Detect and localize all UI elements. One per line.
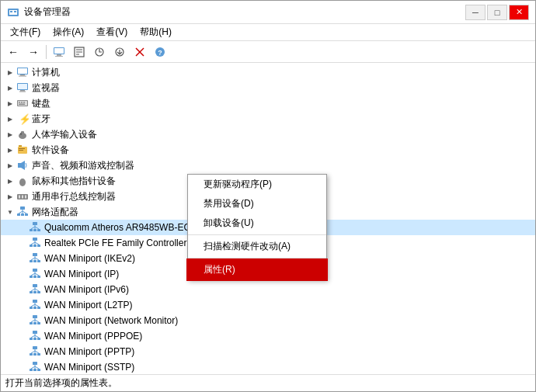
ctx-uninstall-device[interactable]: 卸载设备(U) bbox=[188, 213, 326, 233]
svg-line-110 bbox=[31, 335, 35, 338]
svg-text:⚡: ⚡ bbox=[19, 113, 29, 125]
svg-rect-29 bbox=[21, 102, 23, 103]
help-icon-btn[interactable]: ? bbox=[151, 43, 169, 61]
svg-line-54 bbox=[19, 211, 23, 213]
svg-rect-49 bbox=[20, 206, 25, 210]
svg-line-111 bbox=[35, 335, 39, 338]
svg-marker-41 bbox=[21, 161, 25, 170]
icon-hid bbox=[16, 128, 29, 140]
tree-item-computer[interactable]: ▶ 计算机 bbox=[1, 64, 535, 80]
svg-line-104 bbox=[35, 320, 39, 322]
ctx-properties[interactable]: 属性(R) bbox=[188, 260, 326, 279]
svg-rect-99 bbox=[30, 322, 33, 324]
tree-item-wan-sstp[interactable]: WAN Miniport (SSTP) bbox=[1, 359, 535, 374]
svg-rect-112 bbox=[33, 346, 37, 349]
icon-wan-l2tp bbox=[29, 299, 41, 311]
svg-rect-39 bbox=[19, 150, 23, 151]
svg-line-97 bbox=[35, 304, 39, 307]
svg-rect-47 bbox=[22, 196, 23, 199]
tree-item-software[interactable]: ▶ 软件设备 bbox=[1, 142, 535, 158]
tree-item-wan-ipv6[interactable]: WAN Miniport (IPv6) bbox=[1, 282, 535, 297]
svg-rect-91 bbox=[33, 300, 37, 303]
tree-item-keyboard[interactable]: ▶ 键盘 bbox=[1, 95, 535, 111]
menu-file[interactable]: 文件(F) bbox=[4, 24, 47, 40]
icon-ports bbox=[16, 190, 29, 203]
tree-item-wan-pptp[interactable]: WAN Miniport (PPTP) bbox=[1, 344, 535, 359]
scan-icon-btn[interactable] bbox=[90, 43, 109, 61]
icon-qualcomm bbox=[29, 221, 41, 234]
uninstall-icon-btn[interactable] bbox=[131, 43, 149, 61]
properties-icon-btn[interactable] bbox=[70, 43, 89, 61]
icon-wan-ikev2 bbox=[29, 252, 41, 265]
expand-icon-wan-pptp bbox=[16, 345, 29, 358]
svg-rect-87 bbox=[37, 291, 40, 293]
device-tree[interactable]: ▶ 计算机 ▶ 监视器 ▶ 键盘 bbox=[1, 63, 535, 374]
tree-item-monitor[interactable]: ▶ 监视器 bbox=[1, 80, 535, 95]
icon-realtek bbox=[29, 237, 41, 249]
device-manager-window: 设备管理器 ─ □ ✕ 文件(F) 操作(A) 查看(V) 帮助(H) ← → bbox=[0, 0, 536, 392]
svg-rect-25 bbox=[19, 92, 26, 92]
status-text: 打开当前选择项的属性表。 bbox=[5, 376, 117, 390]
svg-rect-27 bbox=[18, 101, 27, 106]
menu-view[interactable]: 查看(V) bbox=[90, 24, 134, 40]
window-title: 设备管理器 bbox=[24, 5, 71, 19]
expand-icon-monitor[interactable]: ▶ bbox=[4, 82, 16, 94]
ctx-update-driver[interactable]: 更新驱动程序(P) bbox=[188, 175, 326, 194]
icon-monitor bbox=[16, 82, 29, 94]
expand-icon-keyboard[interactable]: ▶ bbox=[4, 97, 16, 109]
expand-icon-bluetooth[interactable]: ▶ bbox=[4, 113, 16, 125]
forward-button[interactable]: → bbox=[24, 43, 43, 61]
expand-icon-wan-pppoe bbox=[16, 330, 29, 342]
icon-wan-monitor bbox=[29, 314, 41, 327]
svg-rect-21 bbox=[19, 76, 26, 77]
tree-item-hid[interactable]: ▶ 人体学输入设备 bbox=[1, 127, 535, 142]
svg-rect-7 bbox=[55, 56, 63, 57]
tree-item-wan-monitor[interactable]: WAN Miniport (Network Monitor) bbox=[1, 313, 535, 328]
ctx-disable-device[interactable]: 禁用设备(D) bbox=[188, 194, 326, 213]
svg-rect-72 bbox=[33, 260, 37, 262]
expand-icon-mouse[interactable]: ▶ bbox=[4, 175, 16, 187]
ctx-scan[interactable]: 扫描检测硬件改动(A) bbox=[188, 237, 326, 256]
svg-rect-101 bbox=[37, 322, 40, 324]
tree-item-sound[interactable]: ▶ 声音、视频和游戏控制器 bbox=[1, 158, 535, 173]
label-network: 网络适配器 bbox=[32, 206, 78, 219]
expand-icon-network[interactable]: ▼ bbox=[4, 206, 16, 218]
close-button[interactable]: ✕ bbox=[509, 5, 529, 20]
icon-software bbox=[16, 144, 29, 156]
maximize-button[interactable]: □ bbox=[487, 5, 507, 20]
tree-item-bluetooth[interactable]: ▶ ⚡ 蓝牙 bbox=[1, 111, 535, 127]
update-icon-btn[interactable] bbox=[110, 43, 129, 61]
expand-icon-software[interactable]: ▶ bbox=[4, 144, 16, 156]
svg-rect-28 bbox=[19, 102, 20, 103]
back-button[interactable]: ← bbox=[4, 43, 23, 61]
svg-rect-122 bbox=[37, 369, 40, 371]
label-realtek: Realtek PCIe FE Family Controller bbox=[44, 238, 186, 248]
svg-rect-71 bbox=[30, 260, 33, 262]
title-bar-left: 设备管理器 bbox=[7, 5, 71, 19]
label-wan-monitor: WAN Miniport (Network Monitor) bbox=[44, 315, 178, 326]
svg-line-82 bbox=[31, 273, 35, 276]
tree-item-wan-l2tp[interactable]: WAN Miniport (L2TP) bbox=[1, 297, 535, 313]
icon-wan-pptp bbox=[29, 345, 41, 358]
svg-rect-46 bbox=[19, 196, 20, 199]
svg-rect-108 bbox=[37, 338, 40, 340]
menu-help[interactable]: 帮助(H) bbox=[134, 24, 178, 40]
expand-icon-sound[interactable]: ▶ bbox=[4, 159, 16, 172]
svg-line-62 bbox=[35, 227, 39, 229]
svg-rect-114 bbox=[33, 353, 37, 356]
svg-rect-52 bbox=[25, 213, 28, 216]
label-mouse: 鼠标和其他指针设备 bbox=[32, 175, 116, 188]
svg-line-103 bbox=[31, 320, 35, 322]
svg-rect-19 bbox=[18, 68, 27, 74]
svg-rect-80 bbox=[37, 276, 40, 278]
expand-icon-hid[interactable]: ▶ bbox=[4, 128, 16, 140]
menu-action[interactable]: 操作(A) bbox=[47, 24, 90, 40]
svg-rect-98 bbox=[33, 315, 37, 318]
expand-icon-computer[interactable]: ▶ bbox=[4, 66, 16, 78]
icon-mouse bbox=[16, 175, 29, 187]
svg-line-125 bbox=[35, 366, 39, 369]
tree-item-wan-pppoe[interactable]: WAN Miniport (PPPOE) bbox=[1, 328, 535, 344]
minimize-button[interactable]: ─ bbox=[465, 5, 486, 20]
expand-icon-ports[interactable]: ▶ bbox=[4, 190, 16, 203]
computer-icon-btn[interactable] bbox=[50, 43, 68, 61]
